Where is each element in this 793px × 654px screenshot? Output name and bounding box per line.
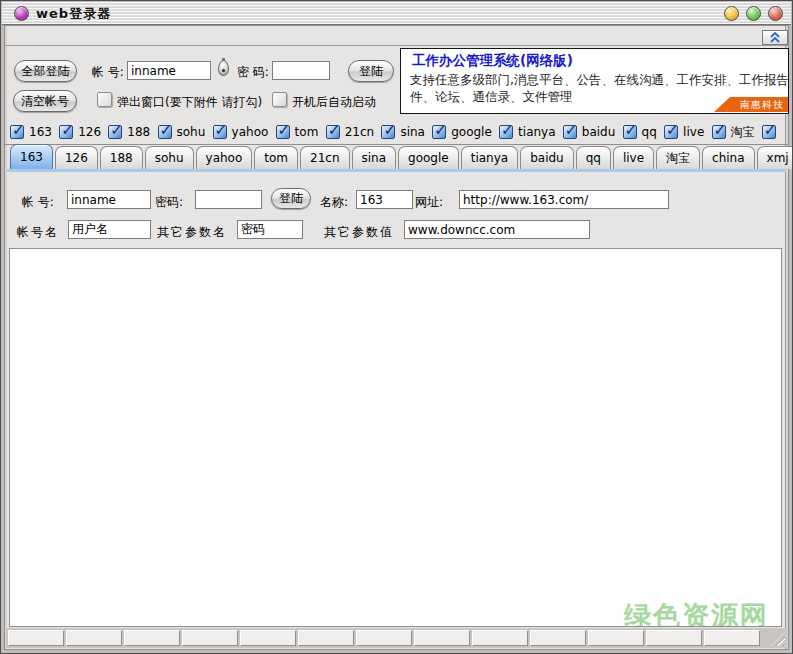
site-checkbox-item[interactable]: 126 — [59, 125, 101, 139]
password-input[interactable] — [272, 61, 330, 80]
site-checkbox-item[interactable]: sina — [381, 125, 425, 139]
maximize-button[interactable] — [746, 6, 761, 21]
tab-china[interactable]: china — [702, 146, 755, 169]
site-checkbox-item[interactable]: tianya — [499, 125, 555, 139]
login-all-button[interactable]: 全部登陆 — [14, 60, 77, 82]
detail-name-input[interactable] — [356, 190, 413, 209]
tab-tom[interactable]: tom — [254, 146, 298, 169]
clear-accounts-button[interactable]: 清空帐号 — [13, 90, 77, 112]
checkbox-checked-icon[interactable] — [213, 125, 227, 139]
info-line-1: 支持任意多级部门,消息平台、公告、在线沟通、工作安排、工作报告、 — [410, 72, 789, 89]
site-checkbox-label: tom — [295, 125, 319, 139]
watermark-site-url: www.downcc.com — [596, 624, 739, 627]
detail-account-input[interactable] — [67, 190, 151, 209]
popup-checkbox-label: 弹出窗口(要下附件 请打勾) — [117, 94, 262, 111]
client-area: 全部登陆 帐 号: 密 码: 登陆 清空帐号 弹出窗口(要下附件 请打勾) 开机… — [4, 25, 789, 650]
site-checkbox-item[interactable]: 188 — [108, 125, 150, 139]
checkbox-checked-icon[interactable] — [326, 125, 340, 139]
tab-sina[interactable]: sina — [352, 146, 397, 169]
param-value-label: 其它参数值 — [324, 224, 394, 241]
site-checkbox-item[interactable]: yahoo — [213, 125, 269, 139]
account-label: 帐 号: — [92, 64, 124, 81]
checkbox-checked-icon[interactable] — [432, 125, 446, 139]
param-value-input[interactable] — [404, 220, 590, 239]
checkbox-checked-icon[interactable] — [108, 125, 122, 139]
detail-login-button[interactable]: 登陆 — [271, 188, 311, 209]
site-checkbox-item[interactable]: 21cn — [326, 125, 374, 139]
bulb-icon — [218, 60, 229, 76]
checkbox-checked-icon[interactable] — [381, 125, 395, 139]
tab-qq[interactable]: qq — [576, 146, 611, 169]
site-checkbox-label: 淘宝 — [731, 124, 755, 141]
double-chevron-up-icon — [769, 32, 781, 43]
site-checkbox-item[interactable]: 淘宝 — [712, 124, 755, 141]
title-bar[interactable]: web登录器 — [2, 2, 791, 25]
popup-checkbox[interactable] — [97, 92, 112, 107]
bottom-bar-segment — [182, 630, 238, 646]
collapse-button[interactable] — [762, 30, 788, 45]
checkbox-checked-icon[interactable] — [762, 125, 776, 139]
login-button[interactable]: 登陆 — [348, 60, 394, 82]
bottom-bar-segment — [704, 630, 760, 646]
tab-163[interactable]: 163 — [10, 144, 53, 169]
site-checkbox-label: tianya — [518, 125, 555, 139]
site-checkbox-item[interactable]: tom — [276, 125, 319, 139]
username-field-input[interactable] — [68, 220, 151, 239]
tab-live[interactable]: live — [613, 146, 654, 169]
site-checkbox-item[interactable]: 163 — [10, 125, 52, 139]
tab-google[interactable]: google — [398, 146, 459, 169]
tab-baidu[interactable]: baidu — [520, 146, 574, 169]
site-checkbox-label: sohu — [177, 125, 206, 139]
checkbox-checked-icon[interactable] — [10, 125, 24, 139]
autostart-checkbox[interactable] — [272, 92, 287, 107]
bottom-bar-segment — [646, 630, 702, 646]
checkbox-checked-icon[interactable] — [664, 125, 678, 139]
site-checkbox-item[interactable]: qq — [623, 125, 657, 139]
autostart-checkbox-label: 开机后自动启动 — [292, 94, 376, 111]
detail-account-label: 帐 号: — [22, 194, 54, 211]
detail-url-input[interactable] — [459, 190, 669, 209]
checkbox-checked-icon[interactable] — [158, 125, 172, 139]
site-checkbox-item[interactable] — [762, 125, 781, 139]
param-name-label: 其它参数名 — [157, 224, 227, 241]
account-input[interactable] — [127, 61, 211, 80]
site-checkbox-item[interactable]: baidu — [563, 125, 616, 139]
param-name-input[interactable] — [237, 220, 303, 239]
close-button[interactable] — [768, 6, 783, 21]
tab-21cn[interactable]: 21cn — [300, 146, 349, 169]
checkbox-checked-icon[interactable] — [623, 125, 637, 139]
site-checkbox-item[interactable]: live — [664, 125, 704, 139]
tab-sohu[interactable]: sohu — [145, 146, 194, 169]
tab-yahoo[interactable]: yahoo — [196, 146, 253, 169]
checkbox-checked-icon[interactable] — [59, 125, 73, 139]
minimize-button[interactable] — [724, 6, 739, 21]
detail-password-input[interactable] — [195, 190, 262, 209]
bottom-bar-segment — [66, 630, 122, 646]
checkbox-checked-icon[interactable] — [712, 125, 726, 139]
watermark-site-name: 绿色资源网 — [624, 598, 769, 627]
site-checkbox-label: qq — [642, 125, 657, 139]
bottom-bar-segment — [298, 630, 354, 646]
window-title: web登录器 — [36, 5, 111, 23]
info-title: 工作办公管理系统(网络版) — [412, 52, 573, 70]
detail-url-label: 网址: — [415, 194, 443, 211]
bottom-bar-segment — [472, 630, 528, 646]
checkbox-checked-icon[interactable] — [499, 125, 513, 139]
site-checkbox-label: live — [683, 125, 704, 139]
bottom-bar-segment — [588, 630, 644, 646]
site-checkbox-item[interactable]: sohu — [158, 125, 206, 139]
tab-126[interactable]: 126 — [55, 146, 98, 169]
bottom-bar-segment — [8, 630, 64, 646]
app-icon — [14, 6, 29, 21]
checkbox-checked-icon[interactable] — [563, 125, 577, 139]
tab-tianya[interactable]: tianya — [461, 146, 518, 169]
tab-188[interactable]: 188 — [100, 146, 143, 169]
site-checkbox-label: 21cn — [345, 125, 374, 139]
checkbox-checked-icon[interactable] — [276, 125, 290, 139]
content-area: 绿色资源网 www.downcc.com — [9, 248, 782, 627]
tab-xmj[interactable]: xmj — [757, 146, 793, 169]
tab-淘宝[interactable]: 淘宝 — [656, 146, 700, 169]
app-window: web登录器 全部登陆 帐 号: 密 码: 登陆 清空帐号 弹出窗口(要下附件 … — [0, 0, 793, 654]
bottom-bar-segment — [356, 630, 412, 646]
site-checkbox-item[interactable]: google — [432, 125, 492, 139]
